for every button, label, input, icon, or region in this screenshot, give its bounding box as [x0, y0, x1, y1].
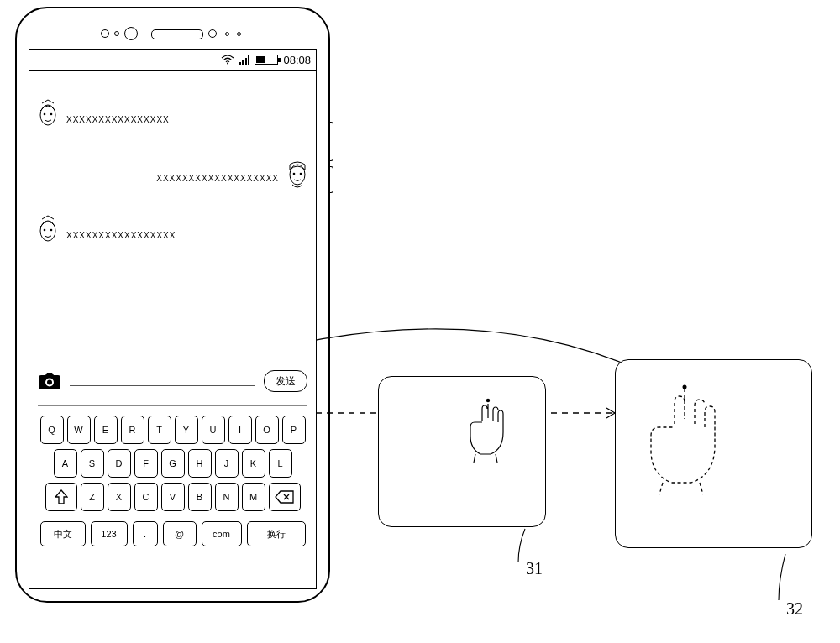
- avatar-person2: [286, 158, 309, 190]
- svg-point-10: [44, 229, 46, 232]
- diagram-canvas: 08:08 XXXXXXXXXXXXXXXX XXXXXXXXXXXXXXXXX…: [0, 0, 840, 643]
- reference-label-32: 32: [786, 599, 803, 619]
- soft-keyboard: Q W E R T Y U I O P A S D F G H: [29, 405, 316, 588]
- text-input-line[interactable]: [70, 385, 255, 386]
- svg-point-8: [300, 173, 302, 175]
- key-h[interactable]: H: [188, 449, 212, 478]
- sensor-dot: [225, 32, 229, 36]
- key-s[interactable]: S: [81, 449, 104, 478]
- wifi-icon: [221, 55, 234, 65]
- battery-icon: [255, 55, 278, 65]
- avatar-person1: [36, 214, 60, 246]
- key-m[interactable]: M: [242, 483, 265, 511]
- key-z[interactable]: Z: [81, 483, 104, 511]
- hand-icon: [459, 397, 517, 464]
- message-text: XXXXXXXXXXXXXXXXX: [66, 231, 176, 240]
- svg-point-5: [50, 113, 53, 116]
- svg-point-4: [44, 113, 46, 116]
- key-i[interactable]: I: [228, 416, 252, 444]
- key-q[interactable]: Q: [40, 416, 64, 444]
- key-n[interactable]: N: [215, 483, 239, 511]
- phone-screen: 08:08 XXXXXXXXXXXXXXXX XXXXXXXXXXXXXXXXX…: [29, 49, 317, 589]
- key-f[interactable]: F: [134, 449, 158, 478]
- key-p[interactable]: P: [282, 416, 306, 444]
- avatar-person1: [36, 98, 60, 130]
- com-key[interactable]: com: [202, 521, 242, 546]
- svg-point-16: [683, 385, 687, 389]
- key-a[interactable]: A: [54, 449, 77, 478]
- svg-point-14: [47, 380, 52, 385]
- phone-top-hardware: [17, 27, 328, 42]
- message-text: XXXXXXXXXXXXXXXX: [66, 115, 170, 124]
- message-text: XXXXXXXXXXXXXXXXXXX: [156, 174, 279, 183]
- signal-icon: [239, 55, 250, 65]
- key-t[interactable]: T: [148, 416, 171, 444]
- sensor-dot: [237, 32, 241, 36]
- touch-area-31[interactable]: [378, 376, 546, 527]
- speaker-grille: [151, 29, 203, 39]
- svg-point-7: [293, 173, 296, 175]
- key-v[interactable]: V: [161, 483, 185, 511]
- reference-label-31: 31: [526, 559, 543, 578]
- svg-point-2: [227, 63, 228, 65]
- dot-key[interactable]: .: [133, 521, 158, 546]
- backspace-key[interactable]: [269, 483, 301, 511]
- camera-icon[interactable]: [38, 372, 61, 390]
- chat-area: XXXXXXXXXXXXXXXX XXXXXXXXXXXXXXXXXXX XXX…: [29, 70, 316, 358]
- svg-point-15: [486, 399, 490, 402]
- key-j[interactable]: J: [215, 449, 239, 478]
- key-g[interactable]: G: [161, 449, 185, 478]
- at-key[interactable]: @: [163, 521, 197, 546]
- key-d[interactable]: D: [108, 449, 131, 478]
- sensor-dot: [114, 31, 119, 36]
- key-y[interactable]: Y: [175, 416, 198, 444]
- key-u[interactable]: U: [202, 416, 225, 444]
- key-w[interactable]: W: [67, 416, 91, 444]
- shift-key[interactable]: [45, 483, 77, 511]
- enter-key[interactable]: 换行: [247, 521, 306, 546]
- hand-icon-dashed: [633, 384, 733, 497]
- key-k[interactable]: K: [242, 449, 265, 478]
- key-r[interactable]: R: [121, 416, 144, 444]
- send-label: 发送: [276, 374, 296, 389]
- input-bar: 发送: [29, 358, 316, 405]
- key-x[interactable]: X: [108, 483, 131, 511]
- svg-point-11: [50, 229, 53, 232]
- key-c[interactable]: C: [134, 483, 158, 511]
- touch-area-32[interactable]: [615, 359, 812, 548]
- shift-icon: [55, 489, 68, 504]
- key-e[interactable]: E: [94, 416, 118, 444]
- status-bar: 08:08: [29, 50, 316, 71]
- key-o[interactable]: O: [255, 416, 279, 444]
- phone-frame: 08:08 XXXXXXXXXXXXXXXX XXXXXXXXXXXXXXXXX…: [15, 7, 330, 603]
- sensor-dot: [101, 29, 109, 38]
- sensor-dot: [208, 29, 217, 38]
- camera-dot: [124, 27, 138, 40]
- clock-text: 08:08: [283, 54, 311, 66]
- lang-key[interactable]: 中文: [40, 521, 86, 546]
- key-l[interactable]: L: [269, 449, 292, 478]
- key-b[interactable]: B: [188, 483, 212, 511]
- send-button[interactable]: 发送: [264, 370, 307, 392]
- backspace-icon: [275, 490, 295, 504]
- num-key[interactable]: 123: [91, 521, 128, 546]
